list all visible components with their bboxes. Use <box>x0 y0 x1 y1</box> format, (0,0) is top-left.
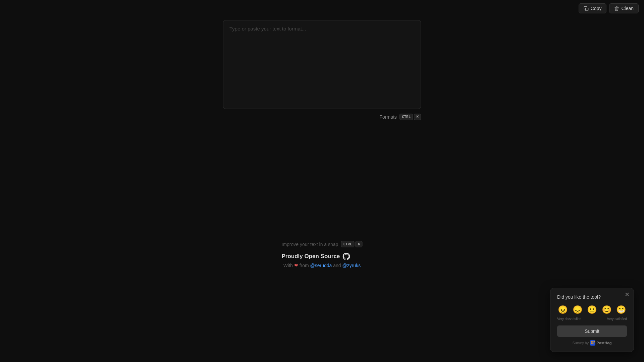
copy-button[interactable]: Copy <box>579 3 607 13</box>
github-icon <box>342 253 350 260</box>
top-bar: Copy Clean <box>0 0 644 17</box>
ctrl-key: CTRL <box>399 114 413 120</box>
clean-icon <box>614 6 619 11</box>
survey-label-left: Very dissatisfied <box>557 317 581 321</box>
author1-link[interactable]: @serudda <box>310 263 332 268</box>
kbd-group: CTRL K <box>399 114 421 120</box>
emoji-neutral[interactable]: 😐 <box>586 304 598 315</box>
svg-rect-0 <box>585 8 588 10</box>
survey-footer: Survey by PostHog <box>557 340 627 346</box>
heart-icon: ❤ <box>294 263 300 268</box>
copy-icon <box>584 6 589 11</box>
formats-label: Formats <box>380 114 397 120</box>
k-key: K <box>414 114 421 120</box>
footer-snap: Improve your text in a snap CTRL K <box>282 241 363 247</box>
survey-submit-button[interactable]: Submit <box>557 325 627 337</box>
survey-popup: ✕ Did you like the tool? 😠 😞 😐 😊 😁 Very … <box>550 288 634 352</box>
formats-bar: Formats CTRL K <box>223 114 421 120</box>
survey-question: Did you like the tool? <box>557 294 627 300</box>
survey-close-button[interactable]: ✕ <box>625 292 630 298</box>
survey-label-right: Very satisfied <box>607 317 627 321</box>
posthog-icon <box>590 340 595 346</box>
clean-button[interactable]: Clean <box>609 3 639 13</box>
footer-credits: With ❤ from @serudda and @zyruks <box>282 263 363 268</box>
footer: Improve your text in a snap CTRL K Proud… <box>282 241 363 268</box>
svg-rect-2 <box>591 341 592 342</box>
svg-rect-6 <box>594 341 595 342</box>
footer-title: Proudly Open Source <box>282 253 363 260</box>
text-input[interactable] <box>223 20 421 109</box>
survey-emojis: 😠 😞 😐 😊 😁 <box>557 304 627 315</box>
emoji-very-dissatisfied[interactable]: 😠 <box>557 304 569 315</box>
snap-k-key: K <box>356 241 363 247</box>
author2-link[interactable]: @zyruks <box>342 263 361 268</box>
text-area-wrapper <box>223 20 421 110</box>
emoji-very-satisfied[interactable]: 😁 <box>615 304 627 315</box>
snap-ctrl-key: CTRL <box>341 241 355 247</box>
svg-rect-3 <box>591 343 592 344</box>
svg-rect-5 <box>593 343 594 344</box>
emoji-satisfied[interactable]: 😊 <box>601 304 612 315</box>
posthog-logo: PostHog <box>590 340 611 346</box>
snap-kbd-group: CTRL K <box>341 241 362 247</box>
survey-labels: Very dissatisfied Very satisfied <box>557 317 627 321</box>
main-content: Formats CTRL K <box>0 17 644 120</box>
emoji-dissatisfied[interactable]: 😞 <box>572 304 583 315</box>
svg-rect-4 <box>593 341 594 342</box>
